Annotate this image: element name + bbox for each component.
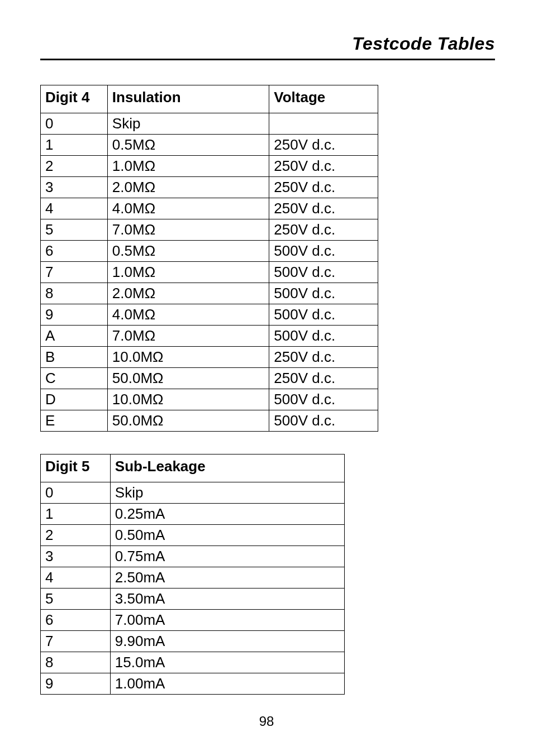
cell-digit: 7 <box>41 631 111 652</box>
table-row: E50.0MΩ500V d.c. <box>41 410 378 432</box>
cell-digit: 3 <box>41 177 108 198</box>
cell-insulation: 0.5MΩ <box>107 241 269 262</box>
table-row: 94.0MΩ500V d.c. <box>41 304 378 326</box>
cell-digit: 0 <box>41 113 108 135</box>
cell-subleakage: 3.50mA <box>110 588 344 610</box>
cell-voltage: 500V d.c. <box>269 241 378 262</box>
cell-digit: C <box>41 368 108 389</box>
cell-insulation: 7.0MΩ <box>107 326 269 347</box>
header-digit4: Digit 4 <box>41 85 108 113</box>
cell-digit: 4 <box>41 567 111 588</box>
cell-insulation: 0.5MΩ <box>107 135 269 156</box>
header-insulation: Insulation <box>107 85 269 113</box>
header-subleakage: Sub-Leakage <box>110 454 344 482</box>
table-header-row: Digit 4 Insulation Voltage <box>41 85 378 113</box>
table-row: 20.50mA <box>41 525 345 546</box>
cell-digit: A <box>41 326 108 347</box>
table-row: D10.0MΩ500V d.c. <box>41 389 378 410</box>
cell-voltage: 500V d.c. <box>269 304 378 326</box>
cell-digit: 7 <box>41 262 108 283</box>
cell-voltage: 500V d.c. <box>269 389 378 410</box>
cell-subleakage: 0.75mA <box>110 546 344 567</box>
cell-subleakage: 0.25mA <box>110 504 344 525</box>
cell-insulation: 2.0MΩ <box>107 283 269 304</box>
cell-subleakage: 7.00mA <box>110 610 344 631</box>
table-header-row: Digit 5 Sub-Leakage <box>41 454 345 482</box>
table-row: 91.00mA <box>41 673 345 695</box>
cell-voltage: 250V d.c. <box>269 347 378 368</box>
cell-digit: 5 <box>41 588 111 610</box>
page-header: Testcode Tables <box>40 34 495 60</box>
cell-insulation: 4.0MΩ <box>107 304 269 326</box>
cell-voltage: 500V d.c. <box>269 326 378 347</box>
table-row: 0Skip <box>41 113 378 135</box>
cell-digit: D <box>41 389 108 410</box>
cell-voltage: 250V d.c. <box>269 368 378 389</box>
cell-digit: 1 <box>41 135 108 156</box>
table-row: 30.75mA <box>41 546 345 567</box>
header-voltage: Voltage <box>269 85 378 113</box>
cell-digit: B <box>41 347 108 368</box>
cell-subleakage: Skip <box>110 482 344 504</box>
cell-subleakage: 9.90mA <box>110 631 344 652</box>
cell-insulation: 50.0MΩ <box>107 368 269 389</box>
table-row: A7.0MΩ500V d.c. <box>41 326 378 347</box>
cell-subleakage: 2.50mA <box>110 567 344 588</box>
cell-digit: 8 <box>41 652 111 673</box>
cell-digit: 1 <box>41 504 111 525</box>
cell-voltage: 250V d.c. <box>269 198 378 219</box>
cell-insulation: Skip <box>107 113 269 135</box>
insulation-table: Digit 4 Insulation Voltage 0Skip10.5MΩ25… <box>40 85 378 432</box>
cell-subleakage: 15.0mA <box>110 652 344 673</box>
header-title: Testcode Tables <box>352 34 495 54</box>
cell-digit: 3 <box>41 546 111 567</box>
table-row: 44.0MΩ250V d.c. <box>41 198 378 219</box>
subleakage-table: Digit 5 Sub-Leakage 0Skip10.25mA20.50mA3… <box>40 454 345 695</box>
cell-voltage <box>269 113 378 135</box>
table-row: 82.0MΩ500V d.c. <box>41 283 378 304</box>
cell-digit: 6 <box>41 241 108 262</box>
cell-insulation: 1.0MΩ <box>107 262 269 283</box>
cell-digit: 4 <box>41 198 108 219</box>
table-row: 53.50mA <box>41 588 345 610</box>
cell-digit: 6 <box>41 610 111 631</box>
cell-subleakage: 1.00mA <box>110 673 344 695</box>
table-row: C50.0MΩ250V d.c. <box>41 368 378 389</box>
cell-insulation: 7.0MΩ <box>107 219 269 241</box>
cell-voltage: 500V d.c. <box>269 262 378 283</box>
table-row: 32.0MΩ250V d.c. <box>41 177 378 198</box>
table-row: B10.0MΩ250V d.c. <box>41 347 378 368</box>
cell-insulation: 1.0MΩ <box>107 156 269 177</box>
page-number: 98 <box>0 714 533 729</box>
cell-digit: E <box>41 410 108 432</box>
cell-digit: 9 <box>41 673 111 695</box>
table-row: 71.0MΩ500V d.c. <box>41 262 378 283</box>
cell-insulation: 4.0MΩ <box>107 198 269 219</box>
cell-digit: 2 <box>41 156 108 177</box>
cell-digit: 9 <box>41 304 108 326</box>
cell-insulation: 10.0MΩ <box>107 389 269 410</box>
cell-digit: 8 <box>41 283 108 304</box>
cell-digit: 5 <box>41 219 108 241</box>
cell-voltage: 500V d.c. <box>269 410 378 432</box>
table-row: 60.5MΩ500V d.c. <box>41 241 378 262</box>
cell-voltage: 250V d.c. <box>269 156 378 177</box>
table-row: 10.25mA <box>41 504 345 525</box>
table-row: 57.0MΩ250V d.c. <box>41 219 378 241</box>
table-row: 0Skip <box>41 482 345 504</box>
cell-digit: 0 <box>41 482 111 504</box>
cell-insulation: 50.0MΩ <box>107 410 269 432</box>
cell-subleakage: 0.50mA <box>110 525 344 546</box>
cell-insulation: 10.0MΩ <box>107 347 269 368</box>
table-row: 79.90mA <box>41 631 345 652</box>
cell-digit: 2 <box>41 525 111 546</box>
cell-insulation: 2.0MΩ <box>107 177 269 198</box>
table-row: 42.50mA <box>41 567 345 588</box>
table-row: 10.5MΩ250V d.c. <box>41 135 378 156</box>
cell-voltage: 250V d.c. <box>269 177 378 198</box>
cell-voltage: 250V d.c. <box>269 135 378 156</box>
cell-voltage: 500V d.c. <box>269 283 378 304</box>
header-digit5: Digit 5 <box>41 454 111 482</box>
table-row: 21.0MΩ250V d.c. <box>41 156 378 177</box>
cell-voltage: 250V d.c. <box>269 219 378 241</box>
